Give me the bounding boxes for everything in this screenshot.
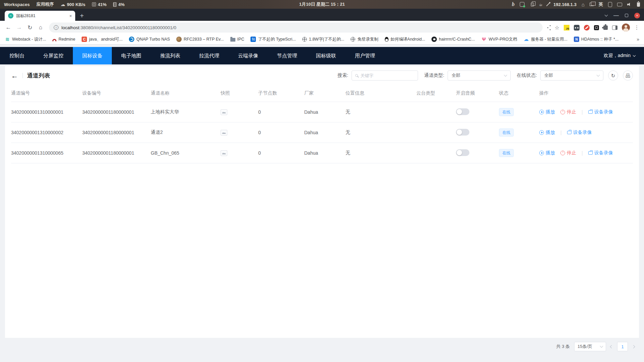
prev-page-button[interactable] xyxy=(610,345,613,348)
tab-close-icon[interactable]: × xyxy=(69,14,72,18)
bookmark-item[interactable]: 免登录复制 xyxy=(351,37,378,42)
workspaces-button[interactable]: Workspaces xyxy=(4,2,30,7)
js-extension-icon[interactable]: JS xyxy=(564,25,569,31)
side-panel-icon[interactable] xyxy=(612,25,617,30)
location-cell: 无 xyxy=(346,143,416,163)
bookmark-label: WVP-PRO文档 xyxy=(489,37,517,42)
bookmark-item[interactable]: ≋Webstack - 设计... xyxy=(5,37,46,42)
nav-item-gb-devices[interactable]: 国标设备 xyxy=(73,47,112,64)
nav-item-pull-proxy[interactable]: 拉流代理 xyxy=(190,47,229,64)
nav-item-cloud-recording[interactable]: 云端录像 xyxy=(229,47,268,64)
chevron-down-icon xyxy=(600,344,603,348)
screenshot-tray-icon[interactable] xyxy=(520,2,524,7)
bookmark-item[interactable]: RFC2833 – RTP Ev... xyxy=(176,37,224,42)
column-header: 操作 xyxy=(539,85,633,102)
nav-item-split-monitor[interactable]: 分屏监控 xyxy=(34,47,73,64)
bookmarks-overflow-icon[interactable]: » xyxy=(637,37,639,42)
nav-item-user-management[interactable]: 用户管理 xyxy=(346,47,384,64)
tree-view-button[interactable]: 品 xyxy=(623,70,633,81)
snapshot-thumbnail[interactable] xyxy=(221,150,227,156)
refresh-button[interactable]: ↻ xyxy=(608,70,618,81)
maximize-button[interactable] xyxy=(625,14,628,17)
cloud-icon: ☁ xyxy=(523,37,529,42)
screenshot-extension-icon[interactable] xyxy=(594,25,599,30)
bookmark-item[interactable]: hairrrrr/C-CrashC... xyxy=(431,37,475,42)
search-input[interactable] xyxy=(360,73,414,78)
channel-type-select[interactable]: 全部 xyxy=(448,70,511,81)
ip-address-indicator[interactable]: 192.168.1.3 xyxy=(553,2,577,7)
online-status-label: 在线状态: xyxy=(517,72,537,79)
stop-icon xyxy=(560,110,565,114)
adblock-extension-icon[interactable] xyxy=(584,25,590,31)
bookmark-item[interactable]: IPC xyxy=(230,37,244,42)
audio-toggle[interactable] xyxy=(456,149,469,156)
browser-tab[interactable]: ≈ 国标28181 × xyxy=(5,11,75,21)
workspace-switcher-icon[interactable] xyxy=(590,3,594,6)
nav-item-push-stream-list[interactable]: 推流列表 xyxy=(151,47,190,64)
dark-reader-extension-icon[interactable] xyxy=(574,25,580,31)
record-button[interactable]: 设备录像 xyxy=(588,150,613,156)
nav-item-electronic-map[interactable]: 电子地图 xyxy=(112,47,151,64)
device-id-cell: 34020000001180000001 xyxy=(82,102,151,122)
nav-item-node-management[interactable]: 节点管理 xyxy=(268,47,307,64)
bookmark-item[interactable]: 如何编译Android... xyxy=(385,37,425,42)
volume-icon[interactable] xyxy=(627,2,632,6)
reload-button[interactable]: ↻ xyxy=(25,22,35,33)
play-button[interactable]: 播放 xyxy=(539,150,555,156)
stop-button[interactable]: 停止 xyxy=(560,150,576,156)
ime-indicator[interactable]: 英 xyxy=(599,1,603,7)
bookmark-item[interactable]: QNAP Turbo NAS xyxy=(129,37,170,42)
page-size-select[interactable]: 15条/页 xyxy=(574,342,606,351)
address-bar[interactable]: i localhost:38080/#/channelList/34020000… xyxy=(49,22,543,33)
record-button[interactable]: 设备录像 xyxy=(567,130,592,136)
back-button[interactable]: ← xyxy=(3,22,13,33)
profile-avatar[interactable] xyxy=(622,23,630,32)
current-page[interactable]: 1 xyxy=(617,342,628,351)
applications-button[interactable]: 应用程序 xyxy=(36,1,54,7)
vendor-cell: Dahua xyxy=(304,122,346,143)
site-info-icon[interactable]: i xyxy=(54,25,58,30)
new-tab-button[interactable]: + xyxy=(80,12,84,19)
bing-tray-icon[interactable]: b xyxy=(512,1,515,7)
stop-button[interactable]: 停止 xyxy=(560,109,576,115)
window-close-button[interactable]: × xyxy=(634,13,640,18)
color-picker-tray-icon[interactable] xyxy=(546,3,550,6)
phone-link-icon[interactable] xyxy=(608,2,612,7)
bookmark-item[interactable]: ☁服务器 - 轻量应用... xyxy=(523,37,567,42)
snapshot-thumbnail[interactable] xyxy=(221,109,227,115)
bookmark-item[interactable]: 知了不起的 TypeScri... xyxy=(250,37,296,42)
snapshot-thumbnail[interactable] xyxy=(221,130,227,136)
online-status-select[interactable]: 全部 xyxy=(540,70,603,81)
browser-menu-icon[interactable]: ⋮ xyxy=(634,24,639,31)
share-icon[interactable] xyxy=(547,27,548,28)
nav-item-gb-cascade[interactable]: 国标级联 xyxy=(307,47,346,64)
clock[interactable]: 1月10日 星期二 15：21 xyxy=(299,1,345,7)
bookmark-item[interactable]: 1.8W字|了不起的... xyxy=(302,37,344,42)
actions-cell: 播放停止|设备录像 xyxy=(539,102,633,122)
audio-toggle[interactable] xyxy=(456,129,469,136)
clipboard-tray-icon[interactable] xyxy=(531,3,534,6)
bookmark-item[interactable]: NHDAtmos :: 种子 *... xyxy=(574,37,618,42)
bookmark-label: hairrrrr/C-CrashC... xyxy=(439,37,475,42)
display-icon[interactable] xyxy=(617,3,622,6)
record-button[interactable]: 设备录像 xyxy=(588,109,613,115)
vendor-cell: Dahua xyxy=(304,102,346,122)
bookmark-item[interactable]: Cjava、android可... xyxy=(82,37,123,42)
next-page-button[interactable] xyxy=(632,345,635,348)
forward-button[interactable]: → xyxy=(14,22,24,33)
home-button[interactable]: ⌂ xyxy=(36,22,46,33)
back-icon[interactable]: ← xyxy=(11,72,18,79)
minimize-button[interactable]: — xyxy=(613,12,619,18)
audio-toggle[interactable] xyxy=(456,108,469,115)
bookmark-item[interactable]: Redmine xyxy=(52,37,75,42)
bookmark-star-icon[interactable]: ☆ xyxy=(555,24,559,31)
nav-item-console[interactable]: 控制台 xyxy=(0,47,34,64)
caffeine-tray-icon[interactable]: ☕ xyxy=(539,2,543,7)
tab-search-icon[interactable] xyxy=(605,13,608,17)
home-tray-icon[interactable]: ⌂ xyxy=(582,2,585,7)
bookmark-item[interactable]: ΨWVP-PRO文档 xyxy=(481,37,517,42)
user-menu[interactable]: 欢迎，admin xyxy=(604,47,644,64)
extensions-puzzle-icon[interactable] xyxy=(603,25,608,30)
play-button[interactable]: 播放 xyxy=(539,109,555,115)
play-button[interactable]: 播放 xyxy=(539,130,555,136)
